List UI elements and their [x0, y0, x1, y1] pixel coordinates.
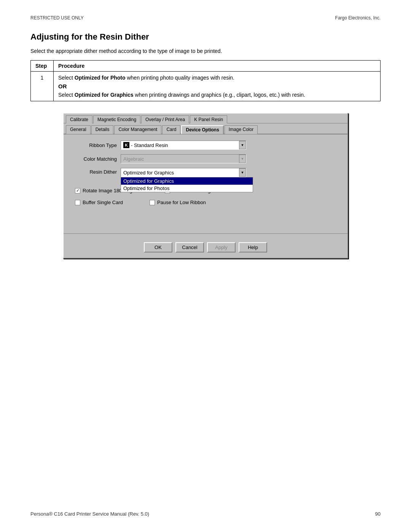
table-row: 1 Select Optimized for Photo when printi…: [31, 72, 381, 101]
tab-overlay-print-area[interactable]: Overlay / Print Area: [141, 115, 189, 123]
dialog-body: Ribbon Type K - Standard Resin ▼ Color M…: [64, 134, 347, 229]
footer-left: Persona® C16 Card Printer Service Manual…: [30, 511, 149, 517]
rotate-checkbox[interactable]: [75, 188, 80, 193]
cancel-button[interactable]: Cancel: [175, 242, 204, 252]
bold-photo: Optimized for Photo: [75, 75, 126, 81]
tab-device-options[interactable]: Device Options: [181, 125, 223, 134]
buffer-label: Buffer Single Card: [83, 200, 123, 205]
tab-general[interactable]: General: [66, 125, 91, 134]
checkbox-row-2: Buffer Single Card Pause for Low Ribbon: [75, 200, 340, 208]
help-button[interactable]: Help: [239, 242, 267, 252]
color-matching-label: Color Matching: [71, 156, 121, 162]
resin-dither-label: Resin Dither: [71, 168, 121, 175]
color-matching-value[interactable]: Algebraic ▼: [121, 154, 246, 163]
resin-dither-container: Optimized for Graphics ▼ Optimized for G…: [121, 168, 254, 177]
intro-text: Select the appropriate dither method acc…: [30, 48, 381, 54]
resin-dither-dropdown[interactable]: Optimized for Graphics ▼: [121, 168, 246, 177]
ribbon-type-value[interactable]: K - Standard Resin ▼: [121, 141, 246, 150]
tab-image-color[interactable]: Image Color: [225, 125, 258, 134]
divider: [64, 233, 347, 234]
col-step: Step: [31, 61, 54, 72]
dropdown-option-graphics[interactable]: Optimized for Graphics: [121, 177, 253, 185]
ok-button[interactable]: OK: [144, 242, 172, 252]
col-procedure: Procedure: [54, 61, 381, 72]
pause-label: Pause for Low Ribbon: [157, 200, 206, 205]
or-text: OR: [58, 83, 376, 89]
step-content: Select Optimized for Photo when printing…: [54, 72, 381, 101]
tab-color-management[interactable]: Color Management: [114, 125, 161, 134]
spacer2: [71, 211, 340, 223]
step-text3: Select Optimized for Graphics when print…: [58, 92, 305, 98]
tab-row-top: Calibrate Magnetic Encoding Overlay / Pr…: [64, 113, 347, 124]
ribbon-type-text: - Standard Resin: [131, 142, 168, 148]
color-matching-text: Algebraic: [123, 156, 144, 162]
resin-dither-arrow[interactable]: ▼: [239, 168, 246, 177]
header-left: RESTRICTED USE ONLY: [30, 15, 84, 21]
resin-dither-value[interactable]: Optimized for Graphics ▼: [121, 168, 246, 177]
footer: Persona® C16 Card Printer Service Manual…: [30, 511, 381, 517]
bold-graphics: Optimized for Graphics: [75, 92, 134, 98]
color-matching-arrow[interactable]: ▼: [239, 155, 246, 163]
procedure-table: Step Procedure 1 Select Optimized for Ph…: [30, 60, 381, 101]
ribbon-type-row: Ribbon Type K - Standard Resin ▼: [71, 141, 340, 150]
resin-dither-row: Resin Dither Optimized for Graphics ▼ Op…: [71, 168, 340, 177]
tab-row-bottom: General Details Color Management Card De…: [64, 123, 347, 134]
step-text1: Select Optimized for Photo when printing…: [58, 75, 234, 81]
button-row: OK Cancel Apply Help: [64, 238, 347, 258]
ribbon-type-dropdown[interactable]: K - Standard Resin ▼: [121, 141, 246, 150]
dialog-window: Calibrate Magnetic Encoding Overlay / Pr…: [63, 113, 348, 259]
apply-button[interactable]: Apply: [207, 242, 236, 252]
tab-magnetic-encoding[interactable]: Magnetic Encoding: [93, 115, 140, 123]
page-title: Adjusting for the Resin Dither: [30, 32, 381, 42]
header-right: Fargo Electronics, Inc.: [335, 15, 381, 21]
ribbon-type-arrow[interactable]: ▼: [239, 141, 246, 149]
pause-checkbox[interactable]: [150, 200, 155, 205]
dropdown-option-photos[interactable]: Optimized for Photos: [121, 185, 253, 192]
tab-calibrate[interactable]: Calibrate: [66, 115, 92, 123]
footer-right: 90: [375, 511, 381, 517]
resin-dither-text: Optimized for Graphics: [123, 170, 174, 176]
tab-details[interactable]: Details: [91, 125, 114, 134]
buffer-checkbox-row: Buffer Single Card: [75, 200, 123, 205]
pause-checkbox-row: Pause for Low Ribbon: [150, 200, 206, 205]
step-number: 1: [31, 72, 54, 101]
color-matching-row: Color Matching Algebraic ▼: [71, 154, 340, 163]
tab-card[interactable]: Card: [162, 125, 180, 134]
header: RESTRICTED USE ONLY Fargo Electronics, I…: [30, 15, 381, 21]
k-icon: K: [123, 142, 129, 148]
resin-dither-list: Optimized for Graphics Optimized for Pho…: [121, 177, 253, 192]
color-matching-dropdown[interactable]: Algebraic ▼: [121, 154, 246, 163]
buffer-checkbox[interactable]: [75, 200, 80, 205]
tab-k-panel-resin[interactable]: K Panel Resin: [190, 115, 227, 123]
ribbon-type-label: Ribbon Type: [71, 142, 121, 148]
page: RESTRICTED USE ONLY Fargo Electronics, I…: [0, 0, 411, 532]
